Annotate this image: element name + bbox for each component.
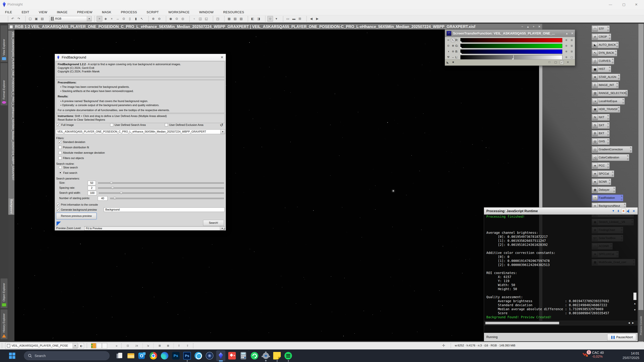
new-instance-icon[interactable] xyxy=(56,222,61,226)
workspace-next-icon[interactable]: ▶ xyxy=(314,16,320,21)
taskbar-app-calculator[interactable] xyxy=(238,350,249,362)
zoom-1-1-icon[interactable]: ◉ xyxy=(168,16,174,21)
browser-icon[interactable]: ⊞ xyxy=(297,16,302,21)
mask-enable-icon[interactable]: ▧ xyxy=(232,16,238,21)
prev-view-icon[interactable]: ▯ xyxy=(127,16,132,21)
workspace-prev-icon[interactable]: ◀ xyxy=(308,16,314,21)
stf-shift-icon[interactable]: ↔ xyxy=(451,55,455,59)
stf-reset-all-icon[interactable]: ✕ xyxy=(567,60,569,64)
taskbar-app-spotify[interactable] xyxy=(282,350,294,362)
tab-process-console[interactable]: Process Console xyxy=(638,310,643,341)
scroll-left-icon[interactable]: ◀ xyxy=(628,322,630,324)
taskbar-app-file-explorer[interactable] xyxy=(125,350,136,362)
stf-blue-gradient[interactable] xyxy=(460,49,562,54)
download-icon[interactable]: ⇪ xyxy=(185,343,190,349)
workspace-3-button[interactable] xyxy=(102,343,107,349)
taskbar-app-chrome[interactable] xyxy=(148,350,159,362)
abs-median-deviation-checkbox[interactable] xyxy=(58,151,62,154)
undo-icon[interactable]: ↶ xyxy=(10,16,16,21)
user-search-area-checkbox[interactable] xyxy=(110,123,113,126)
stf-wrench-icon[interactable]: ⚒ xyxy=(446,55,450,59)
workspace-scrollbar[interactable] xyxy=(638,24,644,342)
stf-link-rgb-icon[interactable]: ∞ xyxy=(446,38,450,42)
more-workspaces-icon[interactable]: » xyxy=(114,343,119,349)
taskbar-app-photoshop[interactable] xyxy=(170,350,182,362)
image-close-icon[interactable]: ✕ xyxy=(536,25,542,28)
stf-lum-gradient[interactable] xyxy=(460,55,562,59)
stf-green-gradient[interactable] xyxy=(460,44,562,48)
filters-out-objects-checkbox[interactable] xyxy=(58,157,62,160)
stf-new-instance-icon[interactable]: ◣ xyxy=(446,60,449,64)
taskbar-search[interactable]: Search xyxy=(24,351,110,360)
save-image-icon[interactable]: ▤ xyxy=(40,16,45,21)
pause-abort-button[interactable]: ❚❚ Pause/Abort xyxy=(607,334,636,341)
taskbar-app-settings[interactable] xyxy=(260,350,271,362)
menu-script[interactable]: SCRIPT xyxy=(146,10,159,14)
stf-shade-icon[interactable]: ▴ xyxy=(564,32,570,35)
preview-tab-background[interactable]: Background xyxy=(8,198,14,215)
full-image-checkbox[interactable] xyxy=(57,123,60,126)
taskbar-clock[interactable]: 14:01 25/07/2025 xyxy=(622,351,639,360)
generate-preview-checkbox[interactable] xyxy=(56,208,60,211)
grid-width-slider[interactable] xyxy=(99,191,224,194)
console-autoscroll-icon[interactable]: ⇕ xyxy=(616,209,621,213)
taskbar-app-pixinsight[interactable] xyxy=(215,350,226,362)
print-console-checkbox[interactable] xyxy=(56,203,60,206)
scroll-right-icon[interactable]: ▶ xyxy=(632,322,634,324)
spacing-rate-slider[interactable] xyxy=(98,186,224,189)
console-close-icon[interactable]: ✕ xyxy=(631,209,636,213)
stf-apply-check-icon[interactable]: ✓ xyxy=(560,60,564,64)
zoom-to-fit-icon[interactable]: ◈ xyxy=(103,16,108,21)
console-dropdown-icon[interactable]: ▼ xyxy=(611,209,616,213)
process-console-icon[interactable]: ▬ xyxy=(291,16,296,21)
fast-search-radio[interactable] xyxy=(59,171,62,174)
stf-zoom-in-icon[interactable]: ⊕ xyxy=(451,44,455,48)
monitor-icon[interactable]: ⊡ xyxy=(125,343,130,349)
menu-mask[interactable]: MASK xyxy=(102,10,111,14)
menu-image[interactable]: IMAGE xyxy=(57,10,68,14)
grid-width-input[interactable] xyxy=(88,191,97,195)
screen-stretch-icon[interactable]: ◧ xyxy=(250,16,255,21)
taskbar-app-sticky-notes[interactable] xyxy=(271,350,282,362)
tab-format-explorer[interactable]: Format Explorer xyxy=(0,63,8,106)
close-previews-icon[interactable]: ⊠ xyxy=(166,343,170,349)
console-horizontal-scrollbar[interactable]: ◀ ▶ xyxy=(484,321,638,325)
menu-workspace[interactable]: WORKSPACE xyxy=(168,10,190,14)
preview-name-input[interactable] xyxy=(104,207,224,212)
window-minimize-icon[interactable]: — xyxy=(606,2,616,7)
menu-window[interactable]: WINDOW xyxy=(199,10,214,14)
stf-doc-icon[interactable]: ▢ xyxy=(554,60,557,64)
select-mode-icon[interactable]: ↖ xyxy=(139,16,144,21)
stf-auto-stretch-icon[interactable]: ◑ xyxy=(446,49,450,53)
stf-zoom-track-icon[interactable]: ⊙ xyxy=(446,44,450,48)
taskbar-app-task-view[interactable] xyxy=(114,350,125,362)
new-preview-icon[interactable]: ▫ xyxy=(192,16,197,21)
menu-view[interactable]: VIEW xyxy=(39,10,47,14)
active-view-select[interactable]: VEIL_ASKARSQA55_PLAYER_ONE_POSE ▼ xyxy=(5,343,78,349)
standard-deviation-checkbox[interactable] xyxy=(58,140,62,143)
zoom-fit-view-icon[interactable]: ⊙ xyxy=(174,16,180,21)
stf-red-gradient[interactable] xyxy=(460,38,562,42)
menu-file[interactable]: FILE xyxy=(5,10,12,14)
console-vertical-scrollbar[interactable]: ▲ ▼ xyxy=(633,215,637,321)
spacing-rate-input[interactable] xyxy=(88,186,96,190)
console-stop-icon[interactable]: ■ xyxy=(621,209,626,213)
monitor-24bit-icon[interactable]: 24 xyxy=(134,343,139,349)
slow-search-radio[interactable] xyxy=(59,166,62,169)
stf-reset-lum-icon[interactable]: ⊗ xyxy=(564,55,568,59)
taskbar-app-photoshop2[interactable] xyxy=(182,350,193,362)
poisson-fit-checkbox[interactable] xyxy=(58,146,62,149)
menu-preview[interactable]: PREVIEW xyxy=(77,10,92,14)
preview-zoom-select[interactable]: Fit to Preview ▼ xyxy=(84,226,224,230)
stf-reset-green-icon[interactable]: ⊗ xyxy=(564,44,568,48)
starting-points-slider[interactable] xyxy=(110,196,224,200)
stf-reset-blue-icon[interactable]: ⊗ xyxy=(564,49,568,53)
taskbar-app-blue-orbit[interactable] xyxy=(193,350,204,362)
menu-edit[interactable]: EDIT xyxy=(22,10,29,14)
image-shade-icon[interactable]: ▴ xyxy=(525,25,531,28)
console-collapse-icon[interactable]: ◀▏ xyxy=(626,209,631,213)
dialog-close-icon[interactable]: ✕ xyxy=(220,55,224,59)
window-close-icon[interactable]: ✕ xyxy=(631,2,641,7)
stf-stop-icon[interactable]: ■ xyxy=(452,60,454,64)
console-input-field[interactable] xyxy=(484,325,638,333)
